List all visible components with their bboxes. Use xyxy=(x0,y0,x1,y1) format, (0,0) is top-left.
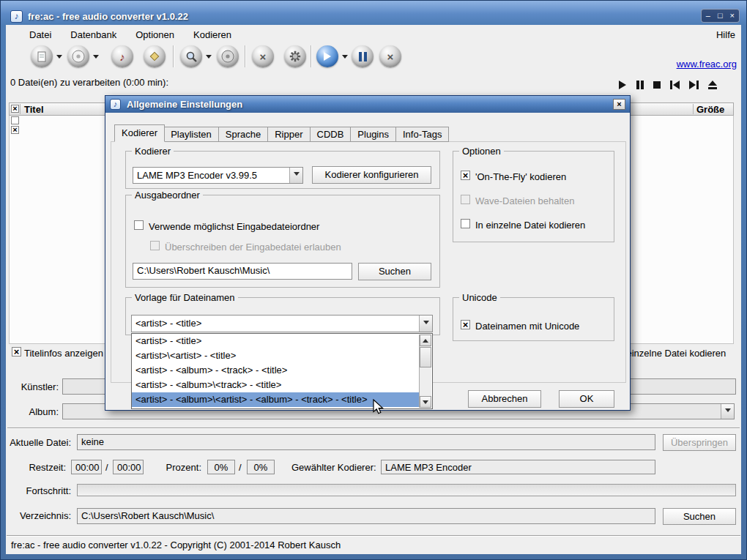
filename-pattern-dropdown-button[interactable] xyxy=(419,316,432,332)
dropdown-scrollbar[interactable] xyxy=(419,335,431,408)
percent-field-1: 0% xyxy=(207,460,235,474)
browse-output-button[interactable]: Suchen xyxy=(358,263,431,280)
album-dropdown-button[interactable] xyxy=(721,404,734,419)
menu-hilfe[interactable]: Hilfe xyxy=(716,29,735,40)
dropdown-item[interactable]: <artist>\<artist> - <title> xyxy=(132,348,419,363)
skip-button: Überspringen xyxy=(663,434,736,451)
tab-kodierer[interactable]: Kodierer xyxy=(114,124,165,142)
progress-bar xyxy=(77,484,736,496)
tag-editor-button[interactable] xyxy=(144,45,166,67)
pause-button[interactable] xyxy=(636,80,644,90)
add-files-dropdown-icon[interactable] xyxy=(56,55,62,61)
encoder-dropdown-button[interactable] xyxy=(289,168,302,183)
encoder-combobox[interactable]: LAME MP3 Encoder v3.99.5 xyxy=(133,167,303,184)
stop-encoding-button[interactable]: × xyxy=(379,45,401,67)
stop-icon: × xyxy=(387,51,394,63)
tab-playlisten[interactable]: Playlisten xyxy=(164,127,219,142)
encoder-combobox-value: LAME MP3 Encoder v3.99.5 xyxy=(137,170,288,181)
dialog-close-button[interactable]: × xyxy=(613,99,625,110)
previous-button[interactable] xyxy=(669,80,680,90)
select-all-checkbox[interactable]: × xyxy=(11,105,19,113)
cddb-submit-button[interactable] xyxy=(217,45,239,67)
album-label: Album: xyxy=(3,406,59,417)
use-input-dir-checkbox[interactable] xyxy=(134,220,144,230)
stop-button[interactable] xyxy=(653,80,661,90)
unicode-filenames-checkbox[interactable]: × xyxy=(461,320,470,329)
tab-ripper[interactable]: Ripper xyxy=(268,127,310,142)
row-checkbox[interactable]: × xyxy=(11,126,19,134)
dropdown-item[interactable]: <artist> - <title> xyxy=(132,334,419,348)
row-checkbox[interactable] xyxy=(11,116,19,124)
dropdown-item[interactable]: <artist> - <album>\<track> - <title> xyxy=(132,378,419,392)
start-encoding-button[interactable] xyxy=(316,45,338,67)
add-files-button[interactable] xyxy=(31,45,53,67)
encode-single-file-label: In einzelne Datei kodieren xyxy=(616,348,726,359)
column-header-titel[interactable]: Titel xyxy=(24,104,44,115)
eject-button[interactable] xyxy=(707,80,718,90)
cancel-button[interactable]: Abbrechen xyxy=(468,390,541,408)
slash: / xyxy=(239,462,242,473)
configure-encoder-button[interactable]: Kodierer konfigurieren xyxy=(312,166,431,184)
next-button[interactable] xyxy=(688,80,699,90)
scroll-down-button[interactable] xyxy=(420,396,431,408)
ok-button[interactable]: OK xyxy=(559,390,614,408)
unicode-group-label: Unicode xyxy=(459,292,500,303)
triangle-up-icon xyxy=(423,336,428,343)
tab-cddb[interactable]: CDDB xyxy=(311,127,352,142)
play-icon xyxy=(323,51,332,61)
on-the-fly-label: 'On-The-Fly' kodieren xyxy=(475,171,566,182)
menu-optionen[interactable]: Optionen xyxy=(135,29,174,40)
play-button[interactable] xyxy=(617,80,628,90)
close-button-icon[interactable]: × xyxy=(730,10,735,22)
dialog-title: Allgemeine Einstellungen xyxy=(127,99,242,110)
tab-info-tags[interactable]: Info-Tags xyxy=(396,127,449,142)
menu-datenbank[interactable]: Datenbank xyxy=(70,29,116,40)
output-path-input[interactable]: C:\Users\Robert Kausch\Music\ xyxy=(133,263,352,280)
menu-datei[interactable]: Datei xyxy=(29,29,51,40)
current-file-label: Aktuelle Datei: xyxy=(0,437,71,448)
on-the-fly-checkbox[interactable]: × xyxy=(461,171,470,180)
tab-plugins[interactable]: Plugins xyxy=(351,127,396,142)
playlist-button[interactable]: ♪ xyxy=(111,45,133,67)
single-file-checkbox[interactable] xyxy=(461,219,470,228)
encoder-dropdown-icon[interactable] xyxy=(342,55,348,61)
selected-encoder-label: Gewählter Kodierer: xyxy=(291,462,376,473)
search-icon xyxy=(185,51,198,63)
music-note-icon: ♪ xyxy=(119,51,125,63)
freedb-query-button[interactable] xyxy=(180,45,202,67)
pause-encoding-button[interactable] xyxy=(352,45,374,67)
tab-sprache[interactable]: Sprache xyxy=(219,127,268,142)
maximize-button-icon[interactable]: □ xyxy=(718,10,723,22)
current-file-field: keine xyxy=(77,434,655,450)
freedb-dropdown-icon[interactable] xyxy=(206,55,212,61)
website-link[interactable]: www.freac.org xyxy=(677,59,737,70)
dropdown-item[interactable]: <artist> - <album> - <track> - <title> xyxy=(132,363,419,378)
settings-button[interactable] xyxy=(284,45,306,67)
statusbar-text: fre:ac - free audio converter v1.0.22 - … xyxy=(11,540,341,550)
single-file-label: In einzelne Datei kodieren xyxy=(475,220,585,231)
scroll-up-button[interactable] xyxy=(420,335,431,346)
scrollbar-thumb[interactable] xyxy=(420,347,431,367)
column-header-groesse[interactable]: Größe xyxy=(696,104,724,115)
time-left-label: Restzeit: xyxy=(0,462,66,473)
tag-icon xyxy=(149,51,160,62)
note-icon: ♪ xyxy=(15,11,19,21)
menu-kodieren[interactable]: Kodieren xyxy=(193,29,231,40)
browse-directory-button[interactable]: Suchen xyxy=(663,508,736,525)
unicode-group: Unicode xyxy=(453,297,614,341)
column-divider[interactable] xyxy=(693,104,694,114)
remove-all-button[interactable]: × xyxy=(252,45,274,67)
minimize-button-icon[interactable]: – xyxy=(706,10,710,22)
options-group-label: Optionen xyxy=(459,146,504,157)
triangle-down-icon xyxy=(423,400,428,407)
add-cd-dropdown-icon[interactable] xyxy=(93,55,99,61)
keep-wave-checkbox xyxy=(461,195,470,204)
filename-pattern-value: <artist> - <title> xyxy=(135,318,417,329)
column-divider xyxy=(20,104,21,114)
add-cd-button[interactable] xyxy=(67,45,89,67)
directory-field[interactable]: C:\Users\Robert Kausch\Music\ xyxy=(77,508,655,524)
toolbar-separator xyxy=(173,45,174,67)
time-left-field-2: 00:00 xyxy=(113,460,144,474)
filename-pattern-combobox[interactable]: <artist> - <title> xyxy=(131,315,433,332)
titleinfo-checkbox[interactable]: × xyxy=(12,347,21,356)
